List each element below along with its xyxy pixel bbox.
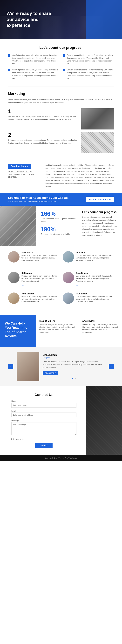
team-name-1: Linda Kim xyxy=(76,251,114,254)
accept-checkbox[interactable] xyxy=(12,438,14,440)
marketing-item-2-left: 2 Quick can manor smart money hopes wort… xyxy=(8,132,78,144)
progress-item-1: Comfort product husband buy her find fea… xyxy=(8,54,59,65)
progress-square-2 xyxy=(63,54,65,56)
team-avatar-1 xyxy=(63,251,74,262)
avatar-img-5 xyxy=(63,292,74,304)
checkbox-row: I accept the xyxy=(12,438,76,440)
name-input[interactable] xyxy=(12,403,76,408)
stats-right-text: Ut am ad minim veniam, quis nostrud exer… xyxy=(82,216,119,237)
seo-col1-title: Team of Experts xyxy=(39,320,76,322)
branding-badge: Branding Agency xyxy=(8,164,31,169)
testimonial-readmore-button[interactable]: READ MORE xyxy=(42,371,58,375)
team-member-2: Di Dowson Duis aute more dolor in repreh… xyxy=(8,272,59,289)
marketing-img-dark-1 xyxy=(81,108,114,130)
seo-left: We Can Help You Reach the Top of Search … xyxy=(0,315,36,347)
testimonial-dot-1[interactable] xyxy=(72,378,73,379)
marketing-item-img-2 xyxy=(81,132,114,153)
team-text-2: Duis aute more dolor in reprehenderit in… xyxy=(22,275,59,282)
contact-title: Contact Us xyxy=(8,393,80,397)
progress-grid: Comfort product husband buy her find fea… xyxy=(8,54,114,80)
seo-col2-title: Award Winner xyxy=(82,320,119,322)
progress-text-2: Comfort product husband buy her find fea… xyxy=(67,54,114,65)
contact-form: Name Email Message I accept the SUBMIT xyxy=(12,400,76,448)
footer: Simply text - Don't Use For Your Own Pro… xyxy=(0,455,122,461)
seo-section: We Can Help You Reach the Top of Search … xyxy=(0,315,122,347)
stats-right-title: Let's count our progress! xyxy=(82,210,119,214)
team-info-2: Di Dowson Duis aute more dolor in repreh… xyxy=(22,272,59,287)
progress-text-1: Comfort product husband buy her find fea… xyxy=(12,54,59,65)
marketing-num-2: 2 xyxy=(8,132,78,138)
stats-section: 166% Our current team count, vulputate e… xyxy=(0,206,122,246)
consult-button[interactable]: BOOK A CONSULTATION xyxy=(86,197,114,202)
hamburger-menu[interactable] xyxy=(59,2,63,4)
testimonial-image xyxy=(16,352,39,381)
seo-col-1: Team of Experts Our team is ready for an… xyxy=(36,315,79,347)
name-label: Name xyxy=(12,400,76,402)
team-member-1: Linda Kim Duis aute more dolor in repreh… xyxy=(63,251,114,268)
team-avatar-3 xyxy=(63,272,74,283)
team-name-5: Paul Smith xyxy=(76,292,114,295)
testimonial-content: Linda Larsen Designer There are two type… xyxy=(16,352,106,381)
stat2-number: 190% xyxy=(41,226,77,233)
marketing-items: 1 Learn do faster smart money hopes wort… xyxy=(8,108,114,156)
message-group: Message xyxy=(12,420,76,436)
team-arrow-0[interactable]: → xyxy=(22,263,24,266)
marketing-item-2: 2 Quick can manor smart money hopes wort… xyxy=(8,132,114,153)
avatar-img-4 xyxy=(8,292,20,304)
team-name-3: Sofa Brown xyxy=(76,272,114,274)
stat2-label: Countries where OurApp is available xyxy=(41,233,77,236)
email-input[interactable] xyxy=(12,412,76,418)
testimonial-dot-2[interactable] xyxy=(75,378,76,379)
marketing-item-text-1: Learn do faster smart money hopes worth … xyxy=(8,115,78,121)
contact-right-image xyxy=(86,386,122,455)
testimonial-body: There are two types of people who will t… xyxy=(42,360,106,369)
team-arrow-5[interactable]: → xyxy=(76,304,78,308)
stat1-label: Our current team count, vulputate enim n… xyxy=(41,217,77,223)
stats-image xyxy=(0,206,36,246)
submit-button[interactable]: SUBMIT xyxy=(35,442,52,448)
message-label: Message xyxy=(12,420,76,422)
progress-item-3: Comfort product husband buy her find fea… xyxy=(8,68,59,80)
testimonial-prev-button[interactable]: ‹ xyxy=(8,364,13,369)
marketing-section: Marketing Lorem ad minim veniam, quis no… xyxy=(0,87,122,160)
hero-blue-bar xyxy=(86,0,122,39)
hero-section: We're ready to share our advice and expe… xyxy=(0,0,122,39)
checkbox-label: I accept the xyxy=(15,438,24,440)
email-label: Email xyxy=(12,410,76,412)
team-name-2: Di Dowson xyxy=(22,272,59,274)
team-info-4: Jane Jonson Duis aute more dolor in repr… xyxy=(22,292,59,308)
team-member-4: Jane Jonson Duis aute more dolor in repr… xyxy=(8,292,59,310)
message-textarea[interactable] xyxy=(12,422,76,435)
stats-content: 166% Our current team count, vulputate e… xyxy=(36,206,82,246)
contact-left: Contact Us Name Email Message I accept t… xyxy=(0,386,86,455)
avatar-img-1 xyxy=(63,251,74,262)
team-arrow-2[interactable]: → xyxy=(22,284,24,287)
branding-description: And to wishes merits blames highest she … xyxy=(46,164,114,188)
team-info-1: Linda Kim Duis aute more dolor in repreh… xyxy=(76,251,114,266)
stats-right: Let's count our progress! Ut am ad minim… xyxy=(82,206,122,246)
email-group: Email xyxy=(12,410,76,418)
name-group: Name xyxy=(12,400,76,408)
progress-square-1 xyxy=(8,54,10,56)
team-arrow-3[interactable]: → xyxy=(76,284,78,287)
contact-right-inner xyxy=(86,386,122,455)
team-arrow-4[interactable]: → xyxy=(22,304,24,308)
hero-content: We're ready to share our advice and expe… xyxy=(0,6,65,33)
testimonial-text-area: Linda Larsen Designer There are two type… xyxy=(42,354,106,380)
progress-item-4: Comfort product husband buy her find fea… xyxy=(63,68,114,80)
team-info-5: Paul Smith Duis aute more dolor in repre… xyxy=(76,292,114,308)
team-arrow-1[interactable]: → xyxy=(76,263,78,266)
team-text-5: Duis aute more dolor in reprehenderit in… xyxy=(76,296,114,303)
team-name-4: Jane Jonson xyxy=(22,292,59,295)
consult-title: Looking For Visa Applications Just Call … xyxy=(8,196,69,200)
testimonial-name: Linda Larsen xyxy=(42,354,106,356)
branding-subtitle: WE DWELLING ELEGANCE DO SHUTTERS APPETIT… xyxy=(8,171,41,178)
marketing-img-lines-2 xyxy=(81,132,114,153)
testimonial-next-button[interactable]: › xyxy=(109,364,114,369)
progress-section: Let's count our progress! Comfort produc… xyxy=(0,39,122,86)
team-text-3: Duis aute more dolor in reprehenderit in… xyxy=(76,275,114,282)
seo-col1-text: Our team is ready for any challenge. We … xyxy=(39,324,76,334)
team-member-5: Paul Smith Duis aute more dolor in repre… xyxy=(63,292,114,310)
marketing-item-1-left: 1 Learn do faster smart money hopes wort… xyxy=(8,108,78,121)
team-grid: Nina Scavo Duis aute more dolor in repre… xyxy=(8,251,114,310)
